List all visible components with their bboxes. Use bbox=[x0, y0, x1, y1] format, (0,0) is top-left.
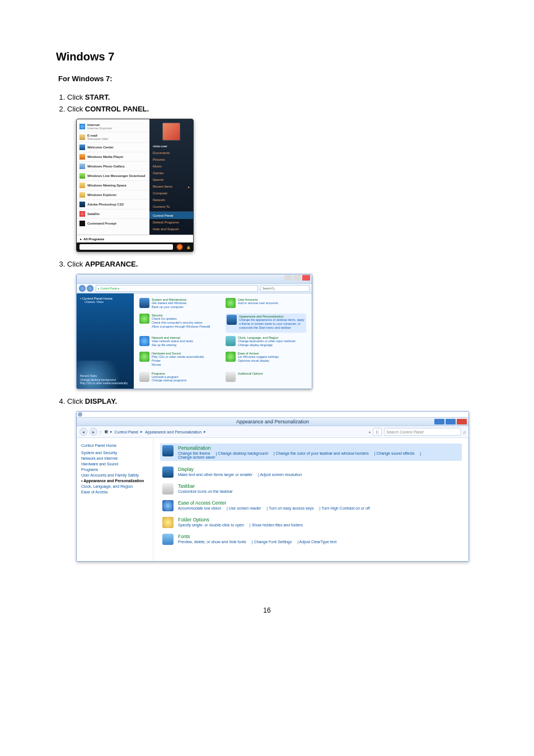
ap-category[interactable]: TaskbarCustomize icons on the taskbar bbox=[162, 483, 460, 494]
cp-category[interactable]: Clock, Language, and RegionChange keyboa… bbox=[226, 336, 306, 348]
green-icon bbox=[226, 298, 236, 308]
font-icon bbox=[162, 534, 174, 545]
red-icon bbox=[79, 211, 85, 217]
start-menu-item[interactable]: Welcome Center bbox=[77, 143, 149, 152]
start-menu-right-item[interactable]: Control Panel bbox=[149, 211, 193, 219]
step-3: Click APPEARANCE. bbox=[67, 260, 478, 268]
start-menu-right-item[interactable]: Recent Items ▸ bbox=[149, 183, 193, 190]
cp-category[interactable]: User AccountsAdd or remove user accounts bbox=[226, 298, 306, 310]
search-input[interactable]: Search 🔍 bbox=[260, 285, 310, 292]
cmd-icon bbox=[79, 221, 85, 226]
start-menu-right-item[interactable]: Music bbox=[149, 163, 193, 170]
page-number: 16 bbox=[56, 606, 478, 614]
nav-back-icon[interactable]: ◄ bbox=[79, 428, 87, 436]
cp-category[interactable]: Hardware and SoundPlay CDs or other medi… bbox=[139, 352, 220, 368]
appearance-window-screenshot: Appearance and Personalization ◄ ► ↑ 🛠 ▸… bbox=[76, 411, 469, 562]
sidebar-link[interactable]: Hardware and Sound bbox=[81, 462, 148, 466]
page-title: Windows 7 bbox=[56, 50, 478, 63]
cp-category[interactable]: Network and InternetView network status … bbox=[139, 336, 220, 348]
cp-sidebar-classic[interactable]: Classic View bbox=[85, 300, 104, 304]
breadcrumb-item[interactable]: Appearance and Personalization bbox=[145, 430, 202, 434]
start-menu-item[interactable]: Windows Photo Gallery bbox=[77, 162, 149, 171]
maximize-button[interactable] bbox=[293, 275, 301, 281]
green-icon bbox=[139, 314, 149, 324]
start-menu-right-item[interactable]: Help and Support bbox=[149, 226, 193, 232]
up-icon[interactable]: ↑ bbox=[100, 430, 102, 434]
start-search-input[interactable] bbox=[79, 244, 173, 250]
start-menu-item[interactable]: Windows Explorer bbox=[77, 190, 149, 200]
step-4: Click DISPLAY. bbox=[67, 397, 478, 405]
breadcrumb-item[interactable]: Control Panel bbox=[115, 430, 138, 434]
globe-icon bbox=[79, 124, 85, 129]
sidebar-link[interactable]: System and Security bbox=[81, 451, 148, 455]
green-icon bbox=[139, 352, 149, 362]
start-menu-item[interactable]: Adobe Photoshop CS2 bbox=[77, 200, 149, 209]
nav-forward-icon[interactable]: ► bbox=[90, 428, 97, 436]
mail-icon bbox=[79, 134, 85, 140]
lock-icon[interactable]: 🔒 bbox=[186, 245, 190, 249]
address-bar[interactable]: ▸ Control Panel ▸ bbox=[96, 285, 258, 292]
recent-task-link[interactable]: Change desktop background bbox=[80, 378, 128, 382]
arrow-right-icon: ▸ bbox=[80, 237, 82, 241]
maximize-button[interactable] bbox=[446, 419, 456, 424]
green-icon bbox=[226, 352, 236, 362]
cp-category[interactable]: Ease of AccessLet Windows suggest settin… bbox=[226, 352, 306, 368]
monitor-icon bbox=[162, 466, 174, 478]
user-avatar bbox=[162, 123, 180, 141]
ps-icon bbox=[79, 202, 85, 207]
sidebar-link[interactable]: Programs bbox=[81, 468, 148, 472]
sidebar-link[interactable]: User Accounts and Family Safety bbox=[81, 473, 148, 477]
start-menu-right-item[interactable]: Games bbox=[149, 170, 193, 176]
minimize-button[interactable] bbox=[284, 275, 292, 281]
start-menu-item[interactable]: Windows Media Player bbox=[77, 152, 149, 162]
start-menu-right-pane: vista-user DocumentsPicturesMusicGamesSe… bbox=[149, 119, 193, 235]
start-menu-item[interactable]: Command Prompt bbox=[77, 219, 149, 228]
start-menu-item[interactable]: Windows Meeting Space bbox=[77, 181, 149, 190]
start-menu-item[interactable]: InternetInternet Explorer bbox=[77, 122, 149, 132]
ap-category[interactable]: PersonalizationChange the theme | Change… bbox=[160, 444, 462, 461]
start-menu-right-item[interactable]: Computer bbox=[149, 190, 193, 197]
cp-category[interactable]: SecurityCheck for updatesCheck this comp… bbox=[139, 314, 220, 332]
ap-category[interactable]: Folder OptionsSpecify single- or double-… bbox=[162, 517, 460, 528]
sidebar-link[interactable]: Ease of Access bbox=[81, 490, 148, 494]
close-button[interactable] bbox=[302, 275, 310, 281]
cp-sidebar: • Control Panel Home Classic View Recent… bbox=[77, 293, 134, 389]
start-menu-right-item[interactable]: Pictures bbox=[149, 156, 193, 163]
nav-back-icon[interactable] bbox=[79, 285, 86, 292]
close-button[interactable] bbox=[457, 419, 467, 424]
sidebar-link[interactable]: Network and Internet bbox=[81, 456, 148, 460]
yellow-icon bbox=[162, 517, 174, 528]
folder-icon bbox=[79, 192, 85, 198]
globe-icon bbox=[139, 336, 149, 346]
recent-task-link[interactable]: Play CDs or other media automatically bbox=[80, 381, 128, 385]
cp-category[interactable]: Additional Options bbox=[226, 372, 306, 384]
sidebar-home-link[interactable]: Control Panel Home bbox=[81, 444, 148, 447]
start-menu-right-item[interactable]: Network bbox=[149, 197, 193, 203]
step-1: Click START. bbox=[67, 93, 478, 101]
start-menu-right-item[interactable]: Default Programs bbox=[149, 219, 193, 226]
start-menu-right-item[interactable]: Search bbox=[149, 176, 193, 183]
cp-category[interactable]: Appearance and PersonalizationChange the… bbox=[226, 314, 306, 332]
all-programs-item[interactable]: ▸ All Programs bbox=[77, 235, 193, 242]
blue-icon bbox=[162, 500, 174, 511]
refresh-button[interactable]: C bbox=[373, 428, 382, 436]
power-button-icon[interactable] bbox=[176, 244, 183, 250]
cp-category[interactable]: ProgramsUninstall a programChange startu… bbox=[139, 372, 220, 384]
nav-forward-icon[interactable] bbox=[87, 285, 93, 292]
ap-category[interactable]: FontsPreview, delete, or show and hide f… bbox=[162, 534, 460, 545]
control-panel-icon: 🛠 bbox=[104, 430, 108, 434]
start-menu-item[interactable]: Windows Live Messenger Download bbox=[77, 171, 149, 181]
minimize-button[interactable] bbox=[434, 419, 444, 424]
sidebar-current[interactable]: Appearance and Personalization bbox=[81, 479, 148, 483]
photo-icon bbox=[79, 164, 85, 169]
control-panel-screenshot: ▸ Control Panel ▸ Search 🔍 • Control Pan… bbox=[76, 274, 312, 389]
start-menu-right-item[interactable]: Documents bbox=[149, 150, 193, 156]
cp-category[interactable]: System and MaintenanceGet started with W… bbox=[139, 298, 220, 310]
ap-category[interactable]: Ease of Access CenterAccommodate low vis… bbox=[162, 500, 460, 511]
start-menu-right-item[interactable]: Connect To bbox=[149, 203, 193, 210]
ap-category[interactable]: DisplayMake text and other items larger … bbox=[162, 466, 460, 478]
start-menu-item[interactable]: E-mailWindows Mail bbox=[77, 132, 149, 143]
sidebar-link[interactable]: Clock, Language, and Region bbox=[81, 484, 148, 488]
start-menu-item[interactable]: SalaDin bbox=[77, 209, 149, 219]
search-input[interactable]: Search Control Panel bbox=[384, 428, 461, 436]
